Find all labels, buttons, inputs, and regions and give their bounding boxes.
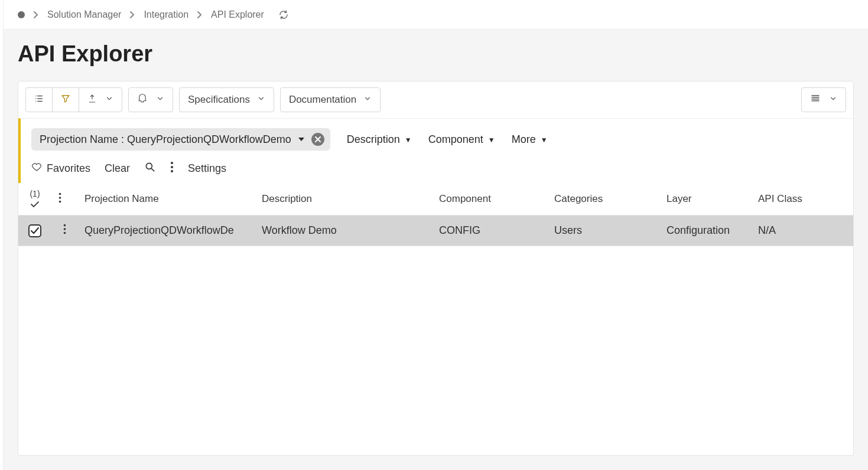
breadcrumb-item-api-explorer[interactable]: API Explorer bbox=[211, 9, 264, 20]
svg-point-6 bbox=[59, 200, 61, 203]
filter-icon bbox=[60, 93, 71, 107]
row-checkbox[interactable] bbox=[28, 224, 41, 237]
col-description[interactable]: Description bbox=[255, 183, 432, 216]
chevron-right-icon bbox=[197, 11, 203, 19]
heart-icon bbox=[31, 162, 42, 175]
page-title: API Explorer bbox=[4, 30, 868, 81]
chevron-right-icon bbox=[33, 11, 39, 19]
breadcrumb: Solution Manager Integration API Explore… bbox=[4, 0, 868, 30]
refresh-icon[interactable] bbox=[278, 9, 289, 20]
view-buttons bbox=[25, 87, 122, 112]
favorites-label: Favorites bbox=[47, 162, 90, 175]
caret-down-icon: ▼ bbox=[405, 136, 412, 144]
search-icon bbox=[144, 161, 156, 176]
favorites-link[interactable]: Favorites bbox=[31, 162, 90, 175]
clear-label: Clear bbox=[105, 162, 130, 175]
col-projection-name[interactable]: Projection Name bbox=[77, 183, 255, 216]
caret-down-icon: ▼ bbox=[541, 136, 548, 144]
cell-categories: Users bbox=[547, 216, 659, 246]
cell-api-class: N/A bbox=[751, 216, 853, 246]
settings-label: Settings bbox=[188, 162, 226, 175]
specifications-label: Specifications bbox=[188, 94, 250, 106]
filter-actions: Favorites Clear Settings bbox=[31, 161, 843, 176]
row-menu-button[interactable] bbox=[63, 225, 66, 237]
breadcrumb-item-integration[interactable]: Integration bbox=[144, 9, 188, 20]
table-row[interactable]: QueryProjectionQDWorkflowDe Workflow Dem… bbox=[18, 216, 853, 246]
documentation-label: Documentation bbox=[289, 94, 356, 106]
clear-link[interactable]: Clear bbox=[105, 162, 130, 175]
svg-point-2 bbox=[171, 166, 173, 168]
search-button[interactable] bbox=[144, 161, 156, 176]
svg-point-5 bbox=[59, 197, 61, 199]
results-table: (1) Projection Name Description bbox=[18, 183, 853, 246]
density-dropdown-button[interactable] bbox=[801, 87, 846, 112]
chevron-right-icon bbox=[129, 11, 135, 19]
settings-link[interactable]: Settings bbox=[188, 162, 226, 175]
filter-button[interactable] bbox=[52, 87, 79, 112]
facet-component[interactable]: Component ▼ bbox=[428, 133, 495, 146]
col-categories[interactable]: Categories bbox=[547, 183, 659, 216]
filter-row: Projection Name : QueryProjectionQDWorkf… bbox=[31, 128, 843, 151]
filter-chip-projection-name[interactable]: Projection Name : QueryProjectionQDWorkf… bbox=[31, 128, 330, 151]
export-dropdown-button[interactable] bbox=[79, 87, 122, 112]
cell-projection-name: QueryProjectionQDWorkflowDe bbox=[77, 216, 255, 246]
chevron-down-icon bbox=[156, 94, 164, 106]
chevron-down-icon bbox=[829, 94, 837, 106]
notifications-dropdown-button[interactable] bbox=[128, 87, 173, 112]
facet-label: More bbox=[512, 133, 536, 146]
select-all-header[interactable]: (1) bbox=[18, 183, 51, 216]
svg-point-8 bbox=[63, 228, 66, 230]
chevron-down-icon bbox=[363, 94, 372, 106]
filter-panel: Projection Name : QueryProjectionQDWorkf… bbox=[18, 118, 853, 183]
more-actions-button[interactable] bbox=[170, 161, 174, 176]
breadcrumb-item-solution-manager[interactable]: Solution Manager bbox=[47, 9, 121, 20]
list-view-button[interactable] bbox=[25, 87, 53, 112]
col-api-class[interactable]: API Class bbox=[751, 183, 853, 216]
filter-chip-label: Projection Name : QueryProjectionQDWorkf… bbox=[40, 133, 291, 146]
bell-icon bbox=[137, 93, 148, 107]
table-body: QueryProjectionQDWorkflowDe Workflow Dem… bbox=[18, 216, 853, 246]
remove-filter-button[interactable] bbox=[311, 133, 324, 146]
density-icon bbox=[810, 93, 821, 107]
table-wrap: (1) Projection Name Description bbox=[18, 183, 853, 455]
list-icon bbox=[34, 93, 44, 107]
svg-point-0 bbox=[146, 163, 152, 169]
facet-label: Component bbox=[428, 133, 483, 146]
row-count: (1) bbox=[30, 189, 40, 198]
content-card: Specifications Documentation bbox=[18, 81, 854, 456]
specifications-button[interactable]: Specifications bbox=[179, 87, 274, 112]
kebab-icon bbox=[170, 161, 174, 176]
caret-down-icon: ▼ bbox=[488, 136, 495, 144]
breadcrumb-home-dot[interactable] bbox=[18, 11, 25, 18]
main-area: Solution Manager Integration API Explore… bbox=[4, 0, 868, 470]
chevron-down-icon bbox=[257, 94, 265, 106]
check-icon bbox=[25, 200, 44, 209]
chevron-down-icon bbox=[105, 94, 113, 106]
documentation-button[interactable]: Documentation bbox=[280, 87, 381, 112]
table-header-row: (1) Projection Name Description bbox=[18, 183, 853, 216]
row-menu-header[interactable] bbox=[51, 183, 77, 216]
col-component[interactable]: Component bbox=[432, 183, 547, 216]
toolbar: Specifications Documentation bbox=[18, 81, 853, 118]
kebab-icon bbox=[58, 194, 61, 205]
cell-description: Workflow Demo bbox=[255, 216, 432, 246]
facet-more[interactable]: More ▼ bbox=[512, 133, 548, 146]
cell-layer: Configuration bbox=[659, 216, 751, 246]
svg-point-9 bbox=[63, 232, 66, 234]
caret-down-icon bbox=[297, 136, 305, 143]
facet-label: Description bbox=[347, 133, 400, 146]
svg-point-4 bbox=[59, 192, 61, 195]
svg-point-1 bbox=[171, 162, 173, 164]
col-layer[interactable]: Layer bbox=[659, 183, 751, 216]
svg-point-3 bbox=[171, 170, 173, 172]
cell-component: CONFIG bbox=[432, 216, 547, 246]
facet-description[interactable]: Description ▼ bbox=[347, 133, 412, 146]
export-icon bbox=[87, 94, 97, 106]
svg-point-7 bbox=[63, 224, 66, 227]
